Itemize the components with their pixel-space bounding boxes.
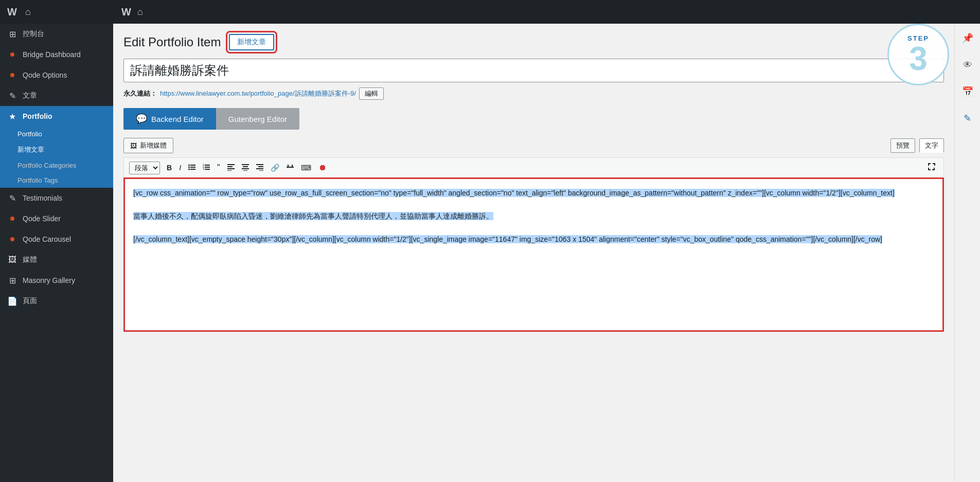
sidebar-menu: ⊞ 控制台 Bridge Dashboard Qode Options ✎ 文章… <box>0 24 113 482</box>
svg-rect-2 <box>190 169 195 170</box>
link-button[interactable]: 🔗 <box>268 162 282 173</box>
home-top-icon[interactable]: ⌂ <box>137 7 143 17</box>
preview-tab[interactable]: 預覽 <box>890 138 915 153</box>
svg-rect-25 <box>288 165 289 167</box>
sidebar-item-portfolio[interactable]: ★ Portfolio <box>0 106 113 127</box>
svg-point-3 <box>188 164 190 166</box>
svg-point-5 <box>188 168 190 170</box>
svg-rect-21 <box>258 166 263 167</box>
editor-type-buttons: 💬 Backend Editor Gutenberg Editor <box>123 108 944 130</box>
backend-editor-button[interactable]: 💬 Backend Editor <box>123 108 216 130</box>
bold-button[interactable]: B <box>164 162 174 173</box>
sidebar-item-label: Qode Carousel <box>23 235 71 243</box>
pages-icon: 📄 <box>7 296 17 306</box>
sidebar-subitem-portfolio-tags[interactable]: Portfolio Tags <box>0 173 113 188</box>
ordered-list-button[interactable]: 123 <box>200 162 212 174</box>
sidebar-item-label: Bridge Dashboard <box>23 50 81 59</box>
sidebar-item-label: 控制台 <box>23 29 44 39</box>
add-media-icon: 🖼 <box>130 142 137 150</box>
svg-rect-7 <box>205 167 210 168</box>
unordered-list-button[interactable] <box>186 162 198 174</box>
sidebar-item-qode-carousel[interactable]: Qode Carousel <box>0 229 113 249</box>
svg-rect-1 <box>190 167 195 168</box>
main-area: W ⌂ Edit Portfolio Item 新增文章 永久連結： https… <box>113 0 980 482</box>
svg-rect-12 <box>227 164 235 165</box>
sidebar-section-portfolio: ★ Portfolio Portfolio 新增文章 Portfolio Cat… <box>0 106 113 188</box>
posts-icon: ✎ <box>7 91 17 101</box>
permalink-row: 永久連結： https://www.linelawyer.com.tw/port… <box>123 87 944 100</box>
keyboard-button[interactable]: ⌨ <box>298 162 314 173</box>
align-center-button[interactable] <box>239 162 252 174</box>
media-icon: 🖼 <box>7 255 17 265</box>
page-header: Edit Portfolio Item 新增文章 <box>123 34 944 50</box>
right-sidebar: 📌 👁 📅 ✎ <box>954 24 980 482</box>
add-media-row: 🖼 新增媒體 預覽 文字 <box>123 138 944 153</box>
portfolio-icon: ★ <box>7 111 17 121</box>
right-edit-icon[interactable]: ✎ <box>958 109 977 128</box>
content-area: Edit Portfolio Item 新增文章 永久連結： https://w… <box>113 24 980 482</box>
qode-slider-icon <box>7 213 17 224</box>
qode-carousel-icon <box>7 234 17 244</box>
align-right-button[interactable] <box>254 162 266 174</box>
svg-rect-6 <box>205 165 210 166</box>
sidebar-item-bridge-dashboard[interactable]: Bridge Dashboard <box>0 44 113 65</box>
editor-body[interactable]: [vc_row css_animation="" row_type="row" … <box>123 177 944 332</box>
masonry-gallery-icon: ⊞ <box>7 275 17 285</box>
svg-rect-23 <box>259 170 263 171</box>
sidebar-item-media[interactable]: 🖼 媒體 <box>0 249 113 270</box>
italic-button[interactable]: I <box>176 162 184 173</box>
sidebar-item-masonry-gallery[interactable]: ⊞ Masonry Gallery <box>0 270 113 291</box>
svg-rect-16 <box>242 164 249 165</box>
wp-logo-icon[interactable]: W <box>7 6 17 18</box>
svg-rect-14 <box>227 168 235 169</box>
post-title-input[interactable] <box>123 59 944 82</box>
svg-rect-22 <box>256 168 263 169</box>
add-media-label: 新增媒體 <box>140 141 167 150</box>
record-button[interactable]: ⏺ <box>316 162 329 174</box>
sidebar-subitem-add-new[interactable]: 新增文章 <box>0 141 113 158</box>
sidebar-item-pages[interactable]: 📄 頁面 <box>0 291 113 311</box>
admin-top-bar: W ⌂ <box>113 0 980 24</box>
sidebar-item-label: 媒體 <box>23 255 37 264</box>
sidebar-item-qode-options[interactable]: Qode Options <box>0 65 113 85</box>
paragraph-select[interactable]: 段落 <box>129 162 160 174</box>
editor-line2: 當事人婚後不久，配偶旋即臥病陷入昏迷，劉維滄律師先為當事人聲請特別代理人，並協助… <box>133 212 493 220</box>
add-media-button[interactable]: 🖼 新增媒體 <box>123 138 173 153</box>
wp-logo-top[interactable]: W <box>121 6 131 18</box>
sidebar-item-testimonials[interactable]: ✎ Testimonials <box>0 188 113 208</box>
sidebar-item-dashboard[interactable]: ⊞ 控制台 <box>0 24 113 44</box>
blockquote-button[interactable]: " <box>215 162 223 174</box>
align-left-button[interactable] <box>225 162 237 174</box>
sidebar-item-label: Qode Slider <box>23 215 61 223</box>
right-eye-icon[interactable]: 👁 <box>958 56 977 74</box>
fullscreen-button[interactable] <box>925 161 938 174</box>
editor-toolbar: 段落 B I 123 " 🔗 <box>123 157 944 177</box>
gutenberg-editor-button[interactable]: Gutenberg Editor <box>216 108 299 130</box>
new-post-button[interactable]: 新增文章 <box>229 34 274 50</box>
right-calendar-icon[interactable]: 📅 <box>958 82 977 101</box>
editor-content: [vc_row css_animation="" row_type="row" … <box>133 187 934 245</box>
right-pin-icon[interactable]: 📌 <box>958 29 977 47</box>
permalink-edit-button[interactable]: 編輯 <box>359 87 384 100</box>
sidebar-item-label: 頁面 <box>23 296 37 306</box>
svg-rect-17 <box>243 166 248 167</box>
sidebar-item-label: Qode Options <box>23 71 67 79</box>
permalink-link[interactable]: https://www.linelawyer.com.tw/portfolio_… <box>160 89 356 98</box>
sidebar-item-label: Portfolio <box>23 112 52 120</box>
svg-rect-8 <box>205 169 210 170</box>
svg-text:3: 3 <box>203 167 204 170</box>
svg-rect-0 <box>190 165 195 166</box>
editor-line3: [/vc_column_text][vc_empty_space height=… <box>133 235 882 243</box>
sidebar-item-posts[interactable]: ✎ 文章 <box>0 85 113 106</box>
bridge-dashboard-icon <box>7 49 17 60</box>
editor-main: Edit Portfolio Item 新增文章 永久連結： https://w… <box>113 24 954 482</box>
sidebar-subitem-portfolio-categories[interactable]: Portfolio Categories <box>0 158 113 173</box>
text-tab[interactable]: 文字 <box>919 138 944 153</box>
svg-point-4 <box>188 166 190 168</box>
page-title: Edit Portfolio Item <box>123 35 221 49</box>
sidebar-item-qode-slider[interactable]: Qode Slider <box>0 208 113 229</box>
admin-bar-sidebar: W ⌂ <box>0 0 113 24</box>
sidebar-subitem-portfolio-list[interactable]: Portfolio <box>0 127 113 141</box>
home-icon[interactable]: ⌂ <box>25 7 31 17</box>
hr-button[interactable] <box>284 162 296 174</box>
